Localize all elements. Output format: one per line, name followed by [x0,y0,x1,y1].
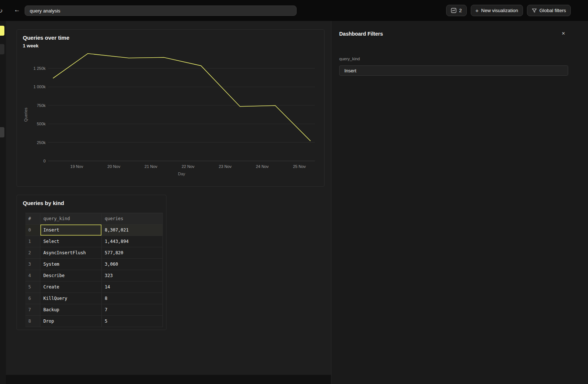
cell-query-kind[interactable]: Create [40,281,102,293]
row-index: 5 [25,281,40,293]
row-index: 7 [25,304,40,316]
table-row: 7Backup7 [25,304,163,316]
rail-item[interactable] [0,127,4,137]
y-tick-label: 1 000k [33,85,46,89]
table-row: 6KillQuery8 [25,293,163,304]
cell-queries[interactable]: 1,443,894 [102,236,163,247]
chart-subtitle: 1 week [23,43,39,49]
dashboard-canvas: Queries over time 1 week 0250k500k750k1 … [6,21,331,375]
column-header-query_kind[interactable]: query_kind [40,213,102,225]
row-index: 2 [25,247,40,259]
global-filters-button[interactable]: Global filters [527,5,571,16]
visualization-icon [451,8,456,13]
cell-queries[interactable]: 5 [102,316,163,327]
rail-item-active[interactable] [0,26,4,36]
global-filters-label: Global filters [539,8,566,13]
x-tick-label: 19 Nov [70,164,83,169]
cell-query-kind[interactable]: KillQuery [40,293,102,304]
row-index: 3 [25,259,40,270]
cell-queries[interactable]: 323 [102,270,163,281]
dashboard-title-input[interactable] [25,6,297,16]
column-header-index[interactable]: # [25,213,40,225]
left-rail [0,21,6,384]
back-button[interactable]: ← [14,7,20,13]
cell-query-kind[interactable]: AsyncInsertFlush [40,247,102,259]
visualizations-count-button[interactable]: 2 [446,5,466,16]
app-root: ↻ ← 2 + New visualization [0,0,588,384]
rail-item[interactable] [0,44,4,54]
query-kind-filter-input[interactable] [339,65,568,76]
row-index: 1 [25,236,40,247]
table-row: 0Insert8,307,021 [25,225,163,236]
y-tick-label: 250k [37,140,46,145]
cell-query-kind[interactable]: Select [40,236,102,247]
row-index: 0 [25,225,40,236]
new-visualization-button[interactable]: + New visualization [471,5,523,16]
y-tick-label: 0 [43,159,46,163]
table-row: 4Describe323 [25,270,163,281]
row-index: 6 [25,293,40,304]
x-tick-label: 20 Nov [107,164,120,169]
table-row: 3System3,060 [25,259,163,270]
cell-queries[interactable]: 14 [102,281,163,293]
x-tick-label: 22 Nov [182,164,194,169]
y-tick-label: 1 250k [33,66,46,71]
topbar: ↻ ← 2 + New visualization [0,0,588,21]
row-index: 4 [25,270,40,281]
cell-query-kind[interactable]: System [40,259,102,270]
visualizations-count: 2 [459,8,462,13]
cell-queries[interactable]: 577,820 [102,247,163,259]
cell-query-kind[interactable]: Insert [40,225,102,236]
queries-by-kind-panel[interactable]: Queries by kind #query_kindqueries 0Inse… [17,195,166,330]
row-index: 8 [25,316,40,327]
filter-field-label: query_kind [339,57,360,61]
chart-title: Queries over time [23,35,69,41]
queries-over-time-panel[interactable]: Queries over time 1 week 0250k500k750k1 … [17,29,325,187]
dashboard-filters-panel: Dashboard Filters ✕ query_kind [331,21,588,384]
cell-queries[interactable]: 7 [102,304,163,316]
topbar-actions: 2 + New visualization Global filters [446,5,571,16]
cell-query-kind[interactable]: Describe [40,270,102,281]
x-tick-label: 24 Nov [256,164,269,169]
table-row: 1Select1,443,894 [25,236,163,247]
table-row: 2AsyncInsertFlush577,820 [25,247,163,259]
x-tick-label: 21 Nov [144,164,157,169]
x-axis-label: Day [178,172,185,176]
cell-queries[interactable]: 8,307,021 [102,225,163,236]
queries-line-series [53,54,311,141]
x-tick-label: 23 Nov [219,164,232,169]
table-row: 8Drop5 [25,316,163,327]
y-tick-label: 500k [37,122,46,126]
cell-query-kind[interactable]: Backup [40,304,102,316]
plus-icon: + [476,8,479,13]
queries-by-kind-table: #query_kindqueries 0Insert8,307,0211Sele… [25,213,163,327]
table-title: Queries by kind [23,200,64,206]
new-visualization-label: New visualization [481,8,518,13]
close-icon[interactable]: ✕ [562,31,565,36]
y-tick-label: 750k [37,103,46,108]
cell-queries[interactable]: 8 [102,293,163,304]
queries-over-time-chart: 0250k500k750k1 000k1 250k19 Nov20 Nov21 … [22,51,318,180]
cell-query-kind[interactable]: Drop [40,316,102,327]
filters-panel-title: Dashboard Filters [339,31,383,37]
funnel-icon [532,8,537,13]
column-header-queries[interactable]: queries [102,213,163,225]
canvas-bottom-gutter [6,375,331,384]
y-axis-label: Queries [24,107,28,122]
table-header: #query_kindqueries [25,213,163,225]
x-tick-label: 25 Nov [293,164,306,169]
table-row: 5Create14 [25,281,163,293]
refresh-icon[interactable]: ↻ [0,7,3,14]
cell-queries[interactable]: 3,060 [102,259,163,270]
